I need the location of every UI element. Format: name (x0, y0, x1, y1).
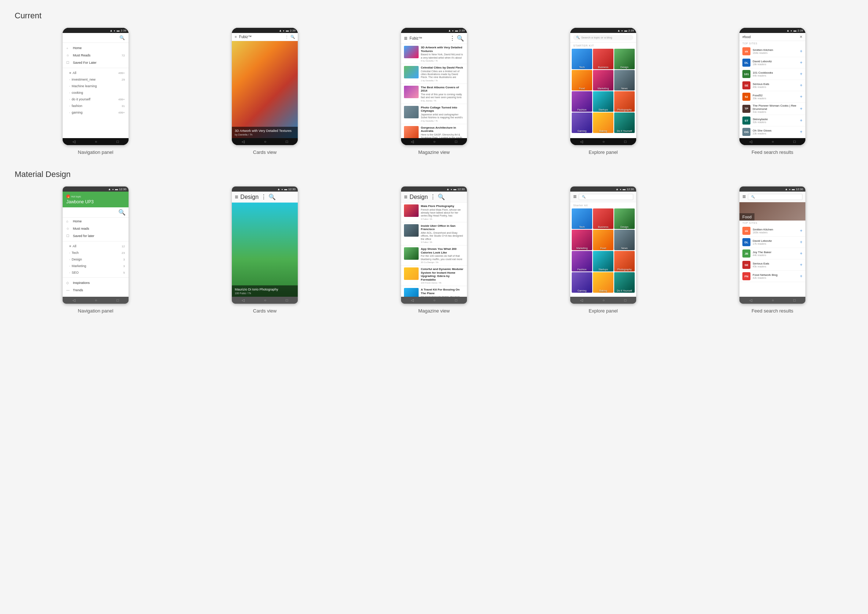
mat-nav-item-inspirations[interactable]: ◇ Inspirations (63, 279, 129, 287)
back-icon-3[interactable]: ◁ (411, 140, 414, 144)
explore-cell-diy[interactable]: Do It Yourself (614, 112, 635, 133)
mat-explore-cell-news[interactable]: News (614, 230, 635, 250)
feed-site-og[interactable]: OG Oh She Glows 23k readers + (739, 126, 805, 138)
mat-recents-icon-4[interactable]: □ (624, 298, 626, 302)
mat-back-icon-1[interactable]: ◁ (73, 298, 76, 302)
mat-feed-site-dl[interactable]: DL David Lebovitz 17k readers + (739, 237, 805, 248)
mat-add-icon-dl[interactable]: + (800, 240, 803, 245)
mat-nav-sub-seo[interactable]: › SEO 5 (63, 269, 129, 276)
nav-sub-cooking[interactable]: › cooking (63, 89, 129, 96)
recents-icon[interactable]: □ (116, 140, 119, 144)
feed-site-101[interactable]: 101 101 Cookbooks 44k readers + (739, 68, 805, 80)
add-icon-pioneer[interactable]: + (800, 106, 803, 112)
mat-feed-site-fn[interactable]: FN Food Network Blog 42k readers + (739, 271, 805, 282)
explore-cell-design[interactable]: Design (614, 49, 635, 69)
mat-back-icon-2[interactable]: ◁ (242, 298, 245, 302)
feed-site-sk[interactable]: sk Smitten Kitchen 164k readers + (739, 46, 805, 57)
mat-explore-cell-business[interactable]: Business (593, 208, 614, 229)
mat-nav-sub-tech[interactable]: › Tech 23 (63, 250, 129, 256)
mat-overflow-icon[interactable]: ⋮ (261, 194, 267, 200)
feed-site-52[interactable]: 52 Food52 39k readers + (739, 91, 805, 102)
nav-sub-diy[interactable]: › do it yourself 499+ (63, 96, 129, 102)
mat-nav-item-mustreads[interactable]: ☆ Must reads (63, 225, 129, 232)
mat-explore-cell-startups[interactable]: Startups (593, 251, 614, 271)
mat-mag-item-1[interactable]: Maia Flore Photography French artist Mai… (401, 203, 467, 222)
mat-mag-overflow-icon[interactable]: ⋮ (430, 194, 436, 200)
mag-menu-icon[interactable]: ≡ (404, 35, 407, 42)
mat-explore-cell-baking[interactable]: Baking (593, 272, 614, 293)
explore-cell-gaming[interactable]: Gaming (572, 112, 592, 133)
back-icon-5[interactable]: ◁ (749, 140, 752, 144)
mat-explore-cell-marketing[interactable]: Marketing (572, 230, 592, 250)
explore-cell-photography[interactable]: Photography (614, 91, 635, 112)
feed-site-skinny[interactable]: ST Skinnytaste 32k readers + (739, 115, 805, 126)
mat-home-nav-icon-5[interactable]: ○ (772, 298, 774, 302)
explore-cell-baking[interactable]: Baking (593, 112, 614, 133)
mag-search-icon[interactable]: 🔍 (457, 35, 464, 41)
home-nav-icon-4[interactable]: ○ (603, 140, 604, 144)
recents-icon-5[interactable]: □ (793, 140, 795, 144)
mat-home-nav-icon-4[interactable]: ○ (603, 298, 604, 302)
feed-site-dl[interactable]: DL David Lebovitz 18k readers + (739, 57, 805, 68)
mat-explore-cell-photography[interactable]: Photography (614, 251, 635, 271)
mag-item-3[interactable]: The Best Albums Covers of 2014 The end o… (401, 84, 467, 104)
mat-mag-item-5[interactable]: A Travel Kit For Boozing On The Plane On… (401, 286, 467, 297)
mag-item-1[interactable]: 3D Artwork with Very Detailed Textures B… (401, 44, 467, 64)
mat-mag-item-2[interactable]: Inside Uber Office in San Francisco Afte… (401, 222, 467, 245)
mat-add-icon-joy[interactable]: + (800, 251, 803, 256)
nav-sub-fashion[interactable]: › fashion 31 (63, 102, 129, 109)
mat-explore-cell-fashion[interactable]: Fashion (572, 251, 592, 271)
explore-search[interactable]: 🔍 Search a topic or a blog (573, 35, 633, 40)
mat-feed-search-input[interactable]: 🔍 (748, 194, 803, 200)
explore-cell-food[interactable]: Food (572, 70, 592, 90)
nav-item-savedforlater[interactable]: ☐ Saved For Later (63, 59, 129, 66)
add-icon-og[interactable]: + (800, 129, 803, 135)
add-icon-sk[interactable]: + (800, 49, 803, 54)
mat-nav-sub-all[interactable]: ≡ All 12 (63, 243, 129, 250)
mat-feed-site-sk[interactable]: sk Smitten Kitchen 183k readers + (739, 225, 805, 237)
mat-feed-site-se[interactable]: SE Serious Eats 45k readers + (739, 259, 805, 271)
explore-cell-tech[interactable]: Tech (572, 49, 592, 69)
close-icon[interactable]: ✕ (800, 35, 803, 39)
mat-recents-icon-1[interactable]: □ (116, 298, 119, 302)
add-icon-skinny[interactable]: + (800, 118, 803, 123)
mat-recents-icon-5[interactable]: □ (793, 298, 795, 302)
mat-back-icon-5[interactable]: ◁ (749, 298, 752, 302)
mat-back-icon-4[interactable]: ◁ (580, 298, 583, 302)
mat-nav-sub-design[interactable]: › Design 3 (63, 256, 129, 263)
mat-add-icon-fn[interactable]: + (800, 274, 803, 279)
mat-feed-site-joy[interactable]: JB Joy The Baker 44k readers + (739, 248, 805, 259)
mat-mag-item-4[interactable]: Colorful and Dynamic Modular System for … (401, 266, 467, 286)
mat-menu-icon[interactable]: ≡ (235, 194, 238, 200)
mat-mag-search-icon[interactable]: 🔍 (438, 194, 445, 200)
mat-back-icon-3[interactable]: ◁ (411, 298, 414, 302)
back-icon-4[interactable]: ◁ (580, 140, 583, 144)
nav-sub-investment[interactable]: › investment_new 29 (63, 76, 129, 83)
search-icon[interactable]: 🔍 (119, 35, 125, 40)
explore-cell-news[interactable]: News (614, 70, 635, 90)
nav-item-mustreads[interactable]: ☆ Must Reads 72 (63, 52, 129, 59)
mat-nav-sub-marketing[interactable]: › Marketing 3 (63, 263, 129, 269)
mat-feed-menu-icon[interactable]: ≡ (742, 194, 746, 200)
mat-explore-cell-food[interactable]: Food (593, 230, 614, 250)
add-icon-101[interactable]: + (800, 71, 803, 77)
feed-site-pioneer[interactable]: TP The Pioneer Woman Cooks | Ree Drummon… (739, 102, 805, 115)
mat-nav-item-trends[interactable]: — Trends (63, 287, 129, 294)
mat-home-nav-icon-1[interactable]: ○ (95, 298, 97, 302)
mat-add-icon-sk[interactable]: + (800, 228, 803, 233)
mag-item-2[interactable]: Celestial Cities by David Fleck Celestia… (401, 64, 467, 84)
mat-nav-item-home[interactable]: ⌂ Home (63, 218, 129, 225)
recents-icon-2[interactable]: □ (286, 140, 288, 144)
nav-sub-ml[interactable]: › Machine learning (63, 83, 129, 89)
mag-item-5[interactable]: Gorgeous Architecture in Australia Here … (401, 124, 467, 138)
back-icon-2[interactable]: ◁ (242, 140, 245, 144)
home-nav-icon-3[interactable]: ○ (433, 140, 436, 144)
back-icon[interactable]: ◁ (73, 140, 76, 144)
add-icon-52[interactable]: + (800, 94, 803, 99)
mag-overflow-icon[interactable]: ⋮ (450, 35, 455, 41)
mat-mag-item-3[interactable]: App Shows You What 200 Calories Look Lik… (401, 245, 467, 266)
mat-search-icon[interactable]: 🔍 (118, 209, 126, 216)
menu-icon[interactable]: ≡ (235, 35, 237, 39)
explore-cell-fashion[interactable]: Fashion (572, 91, 592, 112)
mat-home-nav-icon-2[interactable]: ○ (264, 298, 266, 302)
